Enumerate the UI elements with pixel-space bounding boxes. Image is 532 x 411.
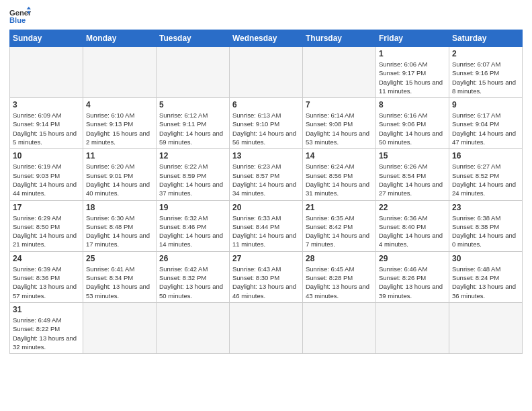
day-header-wednesday: Wednesday (230, 30, 303, 47)
day-info: Sunrise: 6:10 AM Sunset: 9:13 PM Dayligh… (86, 111, 153, 146)
day-info: Sunrise: 6:32 AM Sunset: 8:46 PM Dayligh… (159, 214, 226, 249)
day-number: 24 (13, 254, 80, 263)
calendar-cell (83, 302, 157, 353)
day-number: 16 (452, 151, 519, 161)
day-number: 21 (306, 203, 373, 212)
day-info: Sunrise: 6:24 AM Sunset: 8:56 PM Dayligh… (306, 162, 373, 197)
calendar-cell: 14Sunrise: 6:24 AM Sunset: 8:56 PM Dayli… (303, 149, 376, 200)
day-info: Sunrise: 6:29 AM Sunset: 8:50 PM Dayligh… (13, 214, 80, 249)
day-info: Sunrise: 6:09 AM Sunset: 9:14 PM Dayligh… (13, 111, 80, 146)
day-info: Sunrise: 6:43 AM Sunset: 8:30 PM Dayligh… (232, 265, 300, 300)
day-info: Sunrise: 6:20 AM Sunset: 9:01 PM Dayligh… (86, 162, 153, 197)
calendar-cell: 26Sunrise: 6:42 AM Sunset: 8:32 PM Dayli… (157, 251, 230, 302)
day-info: Sunrise: 6:48 AM Sunset: 8:24 PM Dayligh… (452, 265, 519, 300)
day-info: Sunrise: 6:14 AM Sunset: 9:08 PM Dayligh… (306, 111, 373, 146)
day-number: 13 (232, 151, 300, 161)
day-info: Sunrise: 6:13 AM Sunset: 9:10 PM Dayligh… (232, 111, 300, 146)
calendar-cell: 31Sunrise: 6:49 AM Sunset: 8:22 PM Dayli… (10, 302, 83, 353)
calendar-cell (10, 47, 83, 98)
day-number: 18 (86, 203, 153, 212)
day-info: Sunrise: 6:30 AM Sunset: 8:48 PM Dayligh… (86, 214, 153, 249)
day-number: 27 (232, 254, 300, 263)
day-number: 19 (159, 203, 226, 212)
day-number: 10 (13, 151, 80, 161)
day-number: 20 (232, 203, 300, 212)
calendar-cell: 13Sunrise: 6:23 AM Sunset: 8:57 PM Dayli… (230, 149, 303, 200)
calendar-cell: 4Sunrise: 6:10 AM Sunset: 9:13 PM Daylig… (83, 98, 157, 149)
calendar-cell: 16Sunrise: 6:27 AM Sunset: 8:52 PM Dayli… (449, 149, 523, 200)
day-number: 25 (86, 254, 153, 263)
svg-text:Blue: Blue (9, 16, 26, 24)
day-info: Sunrise: 6:36 AM Sunset: 8:40 PM Dayligh… (379, 214, 446, 249)
calendar-cell: 7Sunrise: 6:14 AM Sunset: 9:08 PM Daylig… (303, 98, 376, 149)
day-header-saturday: Saturday (449, 30, 523, 47)
calendar-cell: 27Sunrise: 6:43 AM Sunset: 8:30 PM Dayli… (230, 251, 303, 302)
day-info: Sunrise: 6:35 AM Sunset: 8:42 PM Dayligh… (306, 214, 373, 249)
calendar-cell: 6Sunrise: 6:13 AM Sunset: 9:10 PM Daylig… (230, 98, 303, 149)
calendar-cell: 11Sunrise: 6:20 AM Sunset: 9:01 PM Dayli… (83, 149, 157, 200)
day-info: Sunrise: 6:42 AM Sunset: 8:32 PM Dayligh… (159, 265, 226, 300)
calendar-cell: 23Sunrise: 6:38 AM Sunset: 8:38 PM Dayli… (449, 200, 523, 251)
calendar-header-row: SundayMondayTuesdayWednesdayThursdayFrid… (10, 30, 523, 47)
calendar-cell: 29Sunrise: 6:46 AM Sunset: 8:26 PM Dayli… (376, 251, 449, 302)
day-info: Sunrise: 6:33 AM Sunset: 8:44 PM Dayligh… (232, 214, 300, 249)
day-number: 26 (159, 254, 226, 263)
logo-icon: General Blue (9, 7, 31, 26)
day-header-thursday: Thursday (303, 30, 376, 47)
calendar-cell: 20Sunrise: 6:33 AM Sunset: 8:44 PM Dayli… (230, 200, 303, 251)
day-number: 17 (13, 203, 80, 212)
calendar-cell: 12Sunrise: 6:22 AM Sunset: 8:59 PM Dayli… (157, 149, 230, 200)
calendar-table: SundayMondayTuesdayWednesdayThursdayFrid… (9, 30, 523, 354)
day-number: 2 (452, 49, 519, 58)
day-number: 5 (159, 100, 226, 109)
calendar-week-row: 1Sunrise: 6:06 AM Sunset: 9:17 PM Daylig… (10, 47, 523, 98)
calendar-cell (157, 302, 230, 353)
day-header-tuesday: Tuesday (157, 30, 230, 47)
day-number: 22 (379, 203, 446, 212)
day-info: Sunrise: 6:26 AM Sunset: 8:54 PM Dayligh… (379, 162, 446, 197)
calendar-cell (230, 302, 303, 353)
calendar-week-row: 24Sunrise: 6:39 AM Sunset: 8:36 PM Dayli… (10, 251, 523, 302)
calendar-cell: 21Sunrise: 6:35 AM Sunset: 8:42 PM Dayli… (303, 200, 376, 251)
day-header-sunday: Sunday (10, 30, 83, 47)
calendar-cell: 8Sunrise: 6:16 AM Sunset: 9:06 PM Daylig… (376, 98, 449, 149)
day-number: 15 (379, 151, 446, 161)
day-number: 4 (86, 100, 153, 109)
day-number: 3 (13, 100, 80, 109)
day-info: Sunrise: 6:06 AM Sunset: 9:17 PM Dayligh… (379, 60, 446, 95)
calendar-cell: 2Sunrise: 6:07 AM Sunset: 9:16 PM Daylig… (449, 47, 523, 98)
calendar-cell: 9Sunrise: 6:17 AM Sunset: 9:04 PM Daylig… (449, 98, 523, 149)
day-number: 8 (379, 100, 446, 109)
day-info: Sunrise: 6:39 AM Sunset: 8:36 PM Dayligh… (13, 265, 80, 300)
calendar-cell: 24Sunrise: 6:39 AM Sunset: 8:36 PM Dayli… (10, 251, 83, 302)
day-number: 29 (379, 254, 446, 263)
day-info: Sunrise: 6:12 AM Sunset: 9:11 PM Dayligh… (159, 111, 226, 146)
day-info: Sunrise: 6:45 AM Sunset: 8:28 PM Dayligh… (306, 265, 373, 300)
svg-text:General: General (9, 9, 31, 17)
calendar-week-row: 10Sunrise: 6:19 AM Sunset: 9:03 PM Dayli… (10, 149, 523, 200)
calendar-cell: 28Sunrise: 6:45 AM Sunset: 8:28 PM Dayli… (303, 251, 376, 302)
calendar-cell: 17Sunrise: 6:29 AM Sunset: 8:50 PM Dayli… (10, 200, 83, 251)
calendar-cell (303, 302, 376, 353)
calendar-cell (230, 47, 303, 98)
logo: General Blue (9, 7, 31, 26)
day-info: Sunrise: 6:23 AM Sunset: 8:57 PM Dayligh… (232, 162, 300, 197)
day-info: Sunrise: 6:41 AM Sunset: 8:34 PM Dayligh… (86, 265, 153, 300)
day-number: 14 (306, 151, 373, 161)
day-number: 1 (379, 49, 446, 58)
calendar-cell (303, 47, 376, 98)
day-number: 28 (306, 254, 373, 263)
calendar-cell: 30Sunrise: 6:48 AM Sunset: 8:24 PM Dayli… (449, 251, 523, 302)
day-header-friday: Friday (376, 30, 449, 47)
day-number: 6 (232, 100, 300, 109)
day-number: 7 (306, 100, 373, 109)
day-number: 9 (452, 100, 519, 109)
calendar-cell (83, 47, 157, 98)
day-info: Sunrise: 6:07 AM Sunset: 9:16 PM Dayligh… (452, 60, 519, 95)
day-info: Sunrise: 6:49 AM Sunset: 8:22 PM Dayligh… (13, 316, 80, 351)
calendar-week-row: 31Sunrise: 6:49 AM Sunset: 8:22 PM Dayli… (10, 302, 523, 353)
calendar-cell: 3Sunrise: 6:09 AM Sunset: 9:14 PM Daylig… (10, 98, 83, 149)
calendar-cell: 10Sunrise: 6:19 AM Sunset: 9:03 PM Dayli… (10, 149, 83, 200)
day-number: 30 (452, 254, 519, 263)
calendar-cell: 19Sunrise: 6:32 AM Sunset: 8:46 PM Dayli… (157, 200, 230, 251)
